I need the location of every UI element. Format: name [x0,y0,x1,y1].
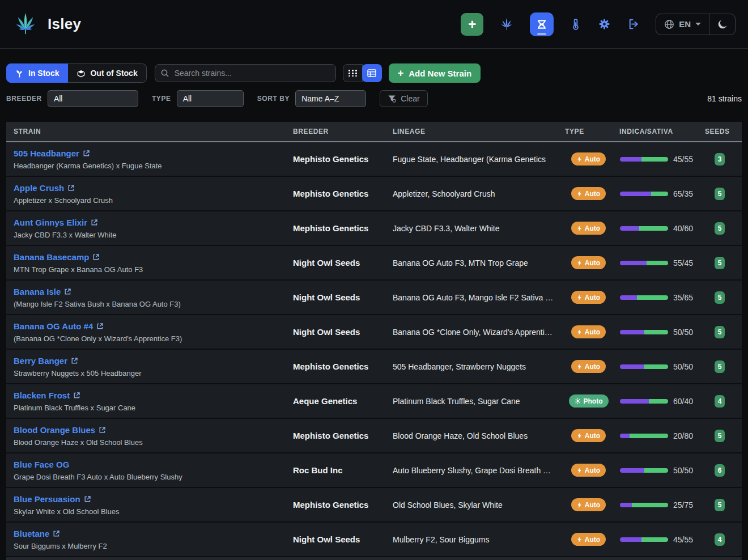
table-row[interactable]: Berry Banger Strawberry Nuggets x 505 He… [6,350,742,384]
table-row[interactable]: Aunt Ginnys Elixir Jacky CBD F3.3 x Walt… [6,211,742,246]
table-row[interactable]: Blood Orange Blues Blood Orange Haze x O… [6,419,742,453]
lineage-cell: Blood Orange Haze, Old School Blues [389,431,562,440]
table-row[interactable]: Banana Basecamp MTN Trop Grape x Banana … [6,246,742,281]
type-label: Auto [585,294,600,302]
indica-portion [620,434,630,438]
table-row[interactable]: Blue Face OG Grape Dosi Breath F3 Auto x… [6,453,742,488]
sun-icon [575,398,581,404]
add-new-strain-button[interactable]: + Add New Strain [389,63,481,83]
strain-name: Aunt Ginnys Elixir [14,218,87,227]
sort-select[interactable]: Name A–Z [295,90,366,107]
lightning-bolt-icon [577,225,582,232]
seeds-count-badge: 5 [715,222,725,235]
seeds-count-badge: 5 [715,188,725,200]
language-selector[interactable]: EN [656,14,709,35]
app-logo-leaf-icon [12,11,39,37]
strain-name-link[interactable]: Blue Persuasion [14,494,91,504]
table-view-button-active[interactable] [362,64,382,82]
strain-name-link[interactable]: Banana Isle [14,287,71,296]
lightning-bolt-icon [577,536,582,543]
table-row[interactable]: 505 Headbanger Headbanger (Karma Genetic… [6,142,742,177]
column-header-breeder: BREEDER [290,128,389,135]
lineage-cell: Banana OG Auto F3, MTN Trop Grape [389,258,562,268]
add-plus-button[interactable]: + [461,13,483,36]
globe-icon [664,19,674,29]
strain-name: Blue Persuasion [14,494,80,504]
strain-name-link[interactable]: Blood Orange Blues [14,425,106,435]
clear-filters-button[interactable]: Clear [380,90,427,107]
lineage-cell: Appletizer, Schoolyard Crush [389,189,562,198]
lightning-bolt-icon [577,432,582,439]
strain-name-link[interactable]: Banana OG Auto #4 [14,321,104,331]
seeds-count-badge: 5 [715,326,725,338]
table-row[interactable]: Banana OG Auto #4 (Banana OG *Clone Only… [6,315,742,350]
table-icon [367,69,376,77]
sativa-portion [630,434,668,438]
dna-icon [536,18,548,31]
column-header-strain: STRAIN [6,128,290,135]
strain-name-link[interactable]: Berry Banger [14,356,78,366]
clear-label: Clear [401,94,419,103]
logout-icon[interactable] [627,18,640,31]
external-link-icon [96,323,104,330]
column-header-seeds: SEEDS [700,128,742,135]
settings-gear-icon[interactable] [598,18,611,31]
strain-name: 505 Headbanger [14,149,79,158]
strain-name-link[interactable]: Bluetane [14,529,60,538]
breeder-select[interactable]: All [48,90,138,107]
in-stock-button[interactable]: In Stock [6,63,68,83]
lineage-cell: Mulberry F2, Sour Biggums [389,535,562,544]
external-link-icon [84,495,91,503]
type-badge: Auto [571,291,606,304]
seeds-count-badge: 3 [715,153,725,166]
ratio-text: 50/50 [673,466,693,475]
genetics-dna-nav-button-active[interactable] [530,12,554,36]
sativa-portion [644,468,669,473]
out-of-stock-button[interactable]: Out of Stock [68,63,146,83]
type-filter-label: TYPE [152,95,171,103]
indica-sativa-bar [620,295,668,300]
type-select[interactable]: All [177,90,244,107]
lineage-cell: Auto Blueberry Slushy, Grape Dosi Breath… [389,466,562,475]
lineage-cell: Banana OG Auto F3, Mango Isle F2 Sativa … [389,293,562,302]
table-row[interactable]: Blacken Frost Platinum Black Truffles x … [6,384,742,419]
indica-sativa-bar [620,364,668,369]
breeder-cell: Mephisto Genetics [290,223,389,233]
strain-name-link[interactable]: Aunt Ginnys Elixir [14,218,98,227]
active-indicator [537,33,546,35]
grid-view-button[interactable] [343,64,363,82]
indica-portion [620,226,639,231]
breeder-cell: Night Owl Seeds [290,258,389,268]
strain-name-link[interactable]: 505 Headbanger [14,149,90,158]
strains-leaf-nav-icon[interactable] [499,17,514,32]
table-row[interactable]: Blue Persuasion Skylar White x Old Schoo… [6,488,742,523]
ratio-text: 65/35 [673,189,693,198]
strain-name-link[interactable]: Apple Crush [14,183,75,193]
external-link-icon [92,253,100,261]
breeder-cell: Mephisto Genetics [290,154,389,164]
strain-name: Blacken Frost [14,391,70,400]
table-row[interactable]: Bluetane Sour Biggums x Mulberry F2 Nigh… [6,523,742,557]
type-label: Auto [585,432,600,440]
lineage-cell: Platinum Black Truffles, Sugar Cane [389,397,562,406]
table-row[interactable]: Apple Crush Appletizer x Schoolyard Crus… [6,177,742,211]
strain-name-link[interactable]: Blue Face OG [14,460,69,469]
search-input[interactable] [155,64,336,82]
type-label: Auto [585,224,600,232]
table-row[interactable]: Banana Isle (Mango Isle F2 Sativa Bush x… [6,281,742,315]
external-link-icon [71,357,78,364]
plus-icon: + [398,68,404,78]
strain-name-link[interactable]: Banana Basecamp [14,252,100,262]
ratio-text: 35/65 [673,293,693,302]
indica-portion [620,157,641,162]
toolbar: In Stock Out of Stock [6,63,742,83]
sensors-thermometer-icon[interactable] [570,18,582,31]
in-stock-label: In Stock [28,69,59,78]
strain-parents-subtitle: (Mango Isle F2 Sativa Bush x Banana OG A… [14,300,290,308]
external-link-icon [73,392,80,399]
out-of-stock-label: Out of Stock [90,69,137,78]
strain-name-link[interactable]: Blacken Frost [14,391,80,400]
dark-mode-toggle[interactable] [709,14,735,35]
box-icon [76,69,86,78]
partial-next-row [6,557,742,560]
